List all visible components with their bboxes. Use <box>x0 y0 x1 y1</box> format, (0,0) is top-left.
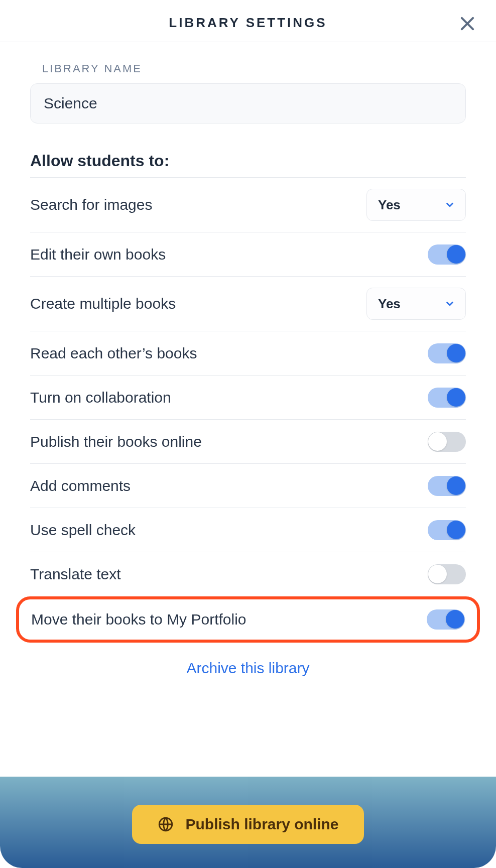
modal-body: LIBRARY NAME Allow students to: Search f… <box>0 42 496 777</box>
label-collaboration: Turn on collaboration <box>30 389 171 406</box>
globe-icon <box>157 816 174 833</box>
archive-library-link[interactable]: Archive this library <box>30 660 466 677</box>
select-value: Yes <box>378 296 401 312</box>
publish-button-label: Publish library online <box>185 816 338 833</box>
close-button[interactable] <box>458 14 477 33</box>
row-collaboration: Turn on collaboration <box>30 376 466 420</box>
library-name-label: LIBRARY NAME <box>42 62 466 75</box>
chevron-down-icon <box>444 199 455 210</box>
toggle-edit-books[interactable] <box>428 244 466 265</box>
label-read-others: Read each other’s books <box>30 345 197 362</box>
row-move-portfolio-highlighted: Move their books to My Portfolio <box>16 596 480 643</box>
toggle-add-comments[interactable] <box>428 476 466 496</box>
select-search-images[interactable]: Yes <box>366 189 466 221</box>
toggle-knob <box>428 432 447 451</box>
label-add-comments: Add comments <box>30 477 131 494</box>
toggle-knob <box>447 521 465 539</box>
select-create-multiple[interactable]: Yes <box>366 288 466 320</box>
modal-footer: Publish library online <box>0 777 496 868</box>
row-create-multiple: Create multiple books Yes <box>30 277 466 331</box>
chevron-down-icon <box>444 298 455 309</box>
toggle-knob <box>447 245 465 264</box>
toggle-spell-check[interactable] <box>428 520 466 540</box>
label-spell-check: Use spell check <box>30 522 136 539</box>
close-icon <box>458 14 477 33</box>
library-name-input[interactable] <box>30 83 466 123</box>
toggle-read-others[interactable] <box>428 343 466 363</box>
allow-students-heading: Allow students to: <box>30 152 466 170</box>
row-spell-check: Use spell check <box>30 508 466 552</box>
toggle-translate[interactable] <box>428 564 466 584</box>
toggle-knob <box>447 476 465 495</box>
label-publish-online: Publish their books online <box>30 433 202 450</box>
label-create-multiple: Create multiple books <box>30 295 176 312</box>
row-add-comments: Add comments <box>30 464 466 508</box>
row-edit-books: Edit their own books <box>30 232 466 277</box>
toggle-knob <box>447 388 465 407</box>
toggle-knob <box>446 610 464 629</box>
publish-library-button[interactable]: Publish library online <box>132 805 363 844</box>
label-translate: Translate text <box>30 566 121 583</box>
toggle-knob <box>447 344 465 362</box>
row-search-images: Search for images Yes <box>30 178 466 232</box>
select-value: Yes <box>378 197 401 213</box>
toggle-move-portfolio[interactable] <box>427 609 465 630</box>
settings-list: Search for images Yes Edit their own boo… <box>30 177 466 643</box>
modal-header: LIBRARY SETTINGS <box>0 0 496 42</box>
toggle-publish-online[interactable] <box>428 432 466 452</box>
library-settings-modal: LIBRARY SETTINGS LIBRARY NAME Allow stud… <box>0 0 496 868</box>
row-publish-online: Publish their books online <box>30 420 466 464</box>
label-edit-books: Edit their own books <box>30 246 166 263</box>
label-search-images: Search for images <box>30 196 152 213</box>
toggle-collaboration[interactable] <box>428 388 466 408</box>
row-translate: Translate text <box>30 552 466 596</box>
modal-title: LIBRARY SETTINGS <box>169 15 327 31</box>
toggle-knob <box>428 565 447 583</box>
label-move-portfolio: Move their books to My Portfolio <box>31 611 246 628</box>
row-read-others: Read each other’s books <box>30 331 466 376</box>
